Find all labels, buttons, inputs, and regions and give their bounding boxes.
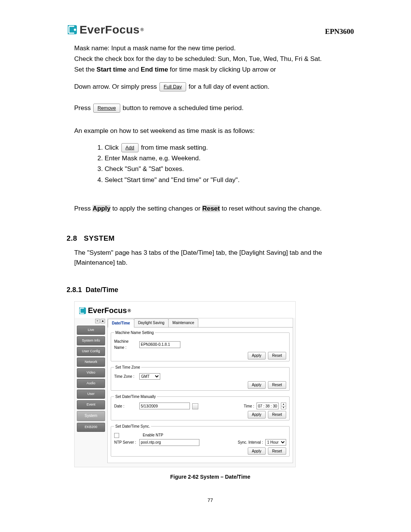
page-header: EverFocus® EPN3600 (67, 21, 354, 39)
para-start-end: Set the Start time and End time for time… (74, 65, 354, 75)
system-datetime-screenshot: EverFocus® « ▲ Live System Info User Con… (74, 301, 296, 467)
machine-name-input[interactable] (139, 341, 180, 348)
sidebar-item-system-info[interactable]: System Info (77, 336, 105, 345)
step-3: Check "Sun" & "Sat" boxes. (105, 164, 354, 174)
reset-button[interactable]: Reset (268, 447, 286, 455)
apply-button[interactable]: Apply (248, 381, 266, 389)
para-remove: Press Remove button to remove a schedule… (74, 103, 354, 113)
step-1: Click Add from time mask setting. (105, 143, 354, 153)
collapse-icon[interactable]: « (95, 319, 100, 323)
date-input[interactable] (139, 403, 190, 409)
everfocus-icon (67, 24, 78, 35)
fieldset-machine-name: Machine Name Setting Machine Name : Appl… (111, 330, 290, 361)
ntp-server-label: NTP Server : (114, 439, 137, 446)
legend-date-time-manual: Set Date/Time Manually (114, 394, 157, 400)
para-example: An example on how to set weekend as time… (74, 126, 354, 136)
time-input[interactable] (256, 403, 279, 409)
sidebar-item-audio[interactable]: Audio (77, 379, 105, 388)
reset-highlight: Reset (202, 205, 220, 212)
sidebar-item-user-config[interactable]: User Config (77, 347, 105, 356)
section-2-8-1-heading: 2.8.1 Date/Time (67, 285, 354, 296)
reset-button[interactable]: Reset (268, 411, 286, 419)
date-label: Date : (114, 403, 137, 409)
tab-maintenance[interactable]: Maintenance (168, 318, 198, 327)
ntp-server-input[interactable] (139, 439, 199, 446)
tab-daylight-saving[interactable]: Daylight Saving (134, 318, 169, 327)
machine-name-label: Machine Name : (114, 339, 137, 350)
fieldset-date-time-manual: Set Date/Time Manually Date : Time : ▲▼ … (111, 394, 290, 420)
sync-interval-select[interactable]: 1 Hour (265, 439, 286, 446)
example-steps: Click Add from time mask setting. Enter … (93, 143, 354, 185)
sidebar: « ▲ Live System Info User Config Network… (77, 318, 105, 463)
section-2-8-body: The "System" page has 3 tabs of the [Dat… (74, 248, 354, 268)
document-page: EverFocus® EPN3600 Mask name: Input a ma… (0, 0, 411, 523)
sidebar-item-event[interactable]: Event (77, 400, 105, 409)
everfocus-icon (78, 307, 87, 315)
reset-button[interactable]: Reset (268, 352, 286, 359)
calendar-icon[interactable] (192, 403, 198, 409)
step-4: Select "Start time" and "End time" or "F… (105, 175, 354, 185)
sidebar-item-live[interactable]: Live (77, 326, 105, 335)
sidebar-item-network[interactable]: Network (77, 358, 105, 367)
legend-date-time-sync: Set Date/Time Sync. (114, 423, 151, 430)
main-panel: Date/Time Daylight Saving Maintenance Ma… (107, 318, 293, 463)
brand-logo: EverFocus® (67, 21, 144, 39)
sidebar-item-system[interactable]: System (77, 411, 105, 421)
legend-machine-name: Machine Name Setting (114, 330, 155, 336)
enable-ntp-checkbox[interactable] (114, 433, 119, 438)
para-apply-reset: Press Apply to apply the setting changes… (74, 204, 354, 214)
remove-button[interactable]: Remove (93, 104, 120, 113)
shot-brand-logo: EverFocus® (75, 302, 295, 318)
section-2-8-heading: 2.8 SYSTEM (67, 233, 354, 244)
time-zone-label: Time Zone : (114, 374, 137, 380)
enable-ntp-label: Enable NTP (143, 432, 163, 438)
tabs: Date/Time Daylight Saving Maintenance (108, 318, 293, 328)
time-spinner[interactable]: ▲▼ (281, 403, 286, 409)
model-number: EPN3600 (325, 26, 354, 38)
registered-mark: ® (140, 26, 144, 34)
svg-point-0 (74, 29, 76, 31)
apply-button[interactable]: Apply (248, 411, 266, 419)
apply-highlight: Apply (92, 205, 110, 212)
apply-button[interactable]: Apply (248, 352, 266, 359)
tab-date-time[interactable]: Date/Time (108, 319, 134, 328)
legend-time-zone: Set Time Zone (114, 364, 141, 371)
sync-interval-label: Sync. Interval : (238, 439, 263, 446)
sidebar-controls: « ▲ (77, 319, 105, 323)
fieldset-date-time-sync: Set Date/Time Sync. Enable NTP NTP Serve… (111, 423, 290, 457)
brand-text: EverFocus (80, 21, 140, 39)
time-zone-select[interactable]: GMT (139, 373, 160, 380)
para-checkbox: Check the check box for the day to be sc… (74, 54, 354, 64)
time-label: Time : (244, 403, 254, 409)
step-2: Enter Mask name, e.g. Weekend. (105, 153, 354, 163)
sidebar-item-ekb200[interactable]: EKB200 (77, 423, 105, 432)
apply-button[interactable]: Apply (248, 447, 266, 455)
body-text: Mask name: Input a mask name for the new… (74, 43, 354, 214)
page-number: 77 (67, 497, 354, 504)
figure-caption: Figure 2-62 System – Date/Time (67, 473, 354, 481)
sidebar-item-user[interactable]: User (77, 390, 105, 399)
full-day-button[interactable]: Full Day (159, 82, 186, 91)
up-icon[interactable]: ▲ (100, 319, 105, 323)
add-button[interactable]: Add (121, 143, 139, 152)
para-mask-name: Mask name: Input a mask name for the new… (74, 43, 354, 53)
sidebar-item-video[interactable]: Video (77, 368, 105, 377)
fieldset-time-zone: Set Time Zone Time Zone : GMT Apply Rese… (111, 364, 290, 391)
reset-button[interactable]: Reset (268, 381, 286, 389)
para-full-day: Down arrow. Or simply press Full Day for… (74, 82, 354, 92)
